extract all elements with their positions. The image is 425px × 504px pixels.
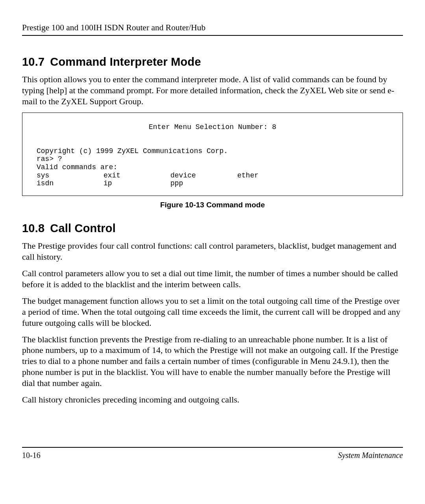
section-title: Command Interpreter Mode [50, 55, 201, 68]
footer-section-name: System Maintenance [338, 451, 403, 460]
page: Prestige 100 and 100IH ISDN Router and R… [0, 0, 425, 504]
command-cell: isdn [37, 179, 103, 188]
valid-commands-label: Valid commands are: [37, 163, 388, 172]
command-cell: device [170, 172, 237, 180]
table-row: sys exit device ether [37, 172, 304, 180]
command-cell: ppp [170, 179, 237, 188]
para-10-8-1: The Prestige provides four call control … [22, 240, 403, 262]
command-cell: sys [37, 172, 103, 180]
terminal-box: Enter Menu Selection Number: 8 Copyright… [22, 113, 403, 196]
section-title: Call Control [50, 222, 116, 234]
page-number: 10-16 [22, 451, 41, 460]
commands-table: sys exit device ether isdn ip ppp [37, 172, 304, 188]
prompt-line: ras> ? [37, 155, 388, 163]
copyright-line: Copyright (c) 1999 ZyXEL Communications … [37, 147, 388, 155]
command-cell: ether [237, 172, 304, 180]
heading-10-8: 10.8Call Control [22, 222, 403, 235]
para-10-8-4: The blacklist function prevents the Pres… [22, 334, 403, 389]
table-row: isdn ip ppp [37, 179, 304, 188]
running-header: Prestige 100 and 100IH ISDN Router and R… [22, 23, 403, 36]
command-cell: exit [103, 172, 170, 180]
para-10-7: This option allows you to enter the comm… [22, 74, 403, 107]
para-10-8-5: Call history chronicles preceding incomi… [22, 394, 403, 405]
section-number: 10.7 [22, 55, 44, 68]
para-10-8-3: The budget management function allows yo… [22, 295, 403, 329]
section-number: 10.8 [22, 222, 44, 234]
heading-10-7: 10.7Command Interpreter Mode [22, 55, 403, 68]
page-footer: 10-16 System Maintenance [22, 447, 403, 460]
para-10-8-2: Call control parameters allow you to set… [22, 268, 403, 290]
menu-selection-line: Enter Menu Selection Number: 8 [37, 123, 388, 131]
command-cell [237, 179, 304, 188]
figure-caption: Figure 10-13 Command mode [22, 201, 403, 209]
command-cell: ip [103, 179, 170, 188]
